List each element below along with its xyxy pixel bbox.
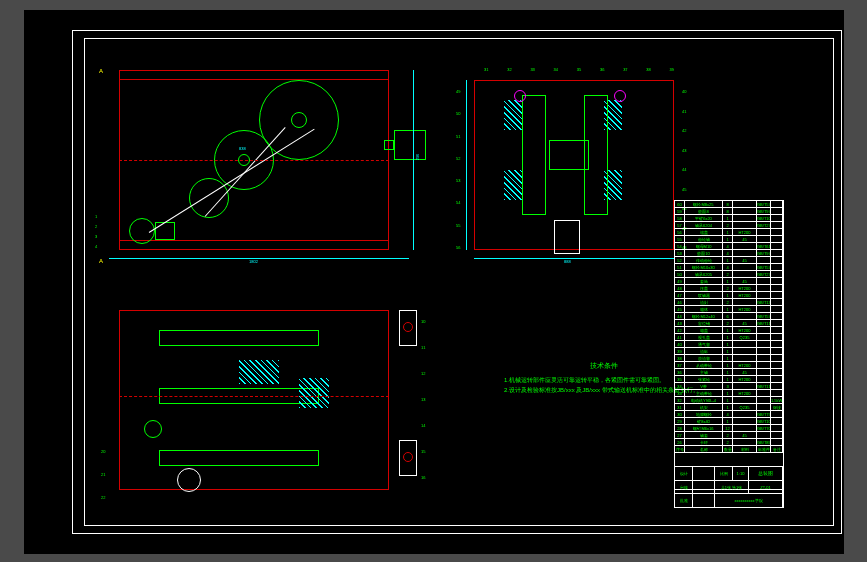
pb15: 15: [421, 450, 425, 454]
bom-cell-std: GB/T119: [757, 320, 771, 326]
bom-cell-std: GB/T97.1: [757, 208, 771, 214]
bom-cell-material: 45: [733, 369, 757, 375]
bom-cell-no: 31: [675, 404, 685, 410]
dim-top-h: [466, 80, 467, 250]
bom-cell-material: [733, 355, 757, 361]
bom-cell-std: [757, 334, 771, 340]
bom-cell-qty: 1: [723, 236, 733, 242]
bom-cell-std: [757, 327, 771, 333]
bom-cell-material: HT200: [733, 376, 757, 382]
bom-row: 31机架1Q235焊接: [675, 404, 783, 411]
b34: 34: [554, 68, 558, 72]
bom-hdr-std: 标准件: [757, 446, 771, 452]
bom-hdr-note: 备注: [771, 446, 783, 452]
bom-cell-note: [771, 341, 783, 347]
bom-cell-qty: 1: [723, 215, 733, 221]
bom-hdr-material: 材料: [733, 446, 757, 452]
bom-cell-no: 29: [675, 418, 685, 424]
bom-cell-material: [733, 208, 757, 214]
dim-top-w-val: 888: [564, 260, 571, 264]
b56: 56: [456, 246, 460, 250]
bom-cell-std: [757, 257, 771, 263]
bom-cell-material: [733, 348, 757, 354]
pb13: 13: [421, 398, 425, 402]
fastener-2: [614, 90, 626, 102]
cad-model-space[interactable]: 1802 296 838 1 2 3 4 A A 888 31 32 3: [24, 10, 844, 554]
bom-cell-material: [733, 418, 757, 424]
bom-cell-qty: 1: [723, 369, 733, 375]
bom-cell-material: Q235: [733, 334, 757, 340]
output-flange: [554, 220, 580, 254]
bom-cell-name: 主动带轮: [685, 390, 723, 396]
bom-cell-note: [771, 355, 783, 361]
bom-cell-no: 39: [675, 348, 685, 354]
plan-balloons-left: 20 21 22: [101, 450, 105, 500]
bom-cell-material: Q235: [733, 404, 757, 410]
bom-cell-note: [771, 264, 783, 270]
bom-cell-std: GB/T276: [757, 222, 771, 228]
bom-cell-no: 30: [675, 411, 685, 417]
tb-title: 总装图: [749, 467, 783, 480]
bom-cell-std: GB/T70.1: [757, 425, 771, 431]
bom-cell-material: HT200: [733, 229, 757, 235]
bom-cell-no: 47: [675, 292, 685, 298]
bom-cell-material: HT200: [733, 390, 757, 396]
pb16: 16: [421, 476, 425, 480]
bom-row: 40通气塞1: [675, 341, 783, 348]
bom-cell-no: 26: [675, 439, 685, 445]
bom-cell-name: 平键6x20: [685, 215, 723, 221]
b50: 50: [456, 112, 460, 116]
bom-row: 47联轴器1HT200: [675, 292, 783, 299]
b40: 40: [682, 90, 686, 94]
bom-row: 30地脚螺栓4GB/T799: [675, 411, 783, 418]
bom-cell-name: 箱体: [685, 306, 723, 312]
bom-cell-name: 垫圈10: [685, 250, 723, 256]
bom-cell-note: [771, 229, 783, 235]
bom-cell-no: 33: [675, 390, 685, 396]
bom-cell-note: [771, 299, 783, 305]
bom-row: 27轴套245: [675, 432, 783, 439]
pb10: 10: [421, 320, 425, 324]
bom-cell-std: [757, 355, 771, 361]
bom-cell-note: [771, 208, 783, 214]
bom-cell-qty: 2: [723, 432, 733, 438]
bom-cell-no: 48: [675, 285, 685, 291]
bom-cell-note: [771, 236, 783, 242]
bom-cell-no: 59: [675, 208, 685, 214]
bom-cell-no: 57: [675, 222, 685, 228]
bom-hdr-name: 名称: [685, 446, 723, 452]
bom-cell-name: 油封: [685, 299, 723, 305]
b35: 35: [577, 68, 581, 72]
bom-row: 37从动带轮1HT200: [675, 362, 783, 369]
bom-cell-note: 1.5kW: [771, 397, 783, 403]
bom-cell-qty: 1: [723, 278, 733, 284]
bom-cell-material: HT200: [733, 327, 757, 333]
bom-cell-qty: 4: [723, 250, 733, 256]
bom-cell-std: GB/T11544: [757, 383, 771, 389]
bom-cell-note: [771, 271, 783, 277]
bom-cell-qty: 2: [723, 285, 733, 291]
bom-row: 60螺栓M8x258GB/T5782: [675, 201, 783, 208]
b38: 38: [646, 68, 650, 72]
bom-cell-std: GB/T1096: [757, 215, 771, 221]
bom-row: 59垫圈88GB/T97.1: [675, 208, 783, 215]
pb14: 14: [421, 424, 425, 428]
tb-dwgno: ZT-01: [749, 481, 783, 494]
bom-cell-no: 36: [675, 369, 685, 375]
bom-cell-material: [733, 411, 757, 417]
b36: 36: [600, 68, 604, 72]
dim-top-w: [474, 258, 674, 259]
bom-cell-std: [757, 432, 771, 438]
b33: 33: [530, 68, 534, 72]
balloon-3: 3: [95, 235, 97, 239]
bom-cell-std: GB/T13871: [757, 299, 771, 305]
tb-scale-lbl: 比例: [715, 467, 733, 480]
bom-cell-no: 54: [675, 243, 685, 249]
motor-body: [394, 130, 426, 160]
bom-cell-no: 56: [675, 229, 685, 235]
bom-cell-qty: 1: [723, 306, 733, 312]
bearing-left: [144, 420, 162, 438]
bom-cell-material: [733, 397, 757, 403]
bom-cell-material: [733, 201, 757, 207]
tb-appr-lbl: 批准: [675, 494, 693, 507]
